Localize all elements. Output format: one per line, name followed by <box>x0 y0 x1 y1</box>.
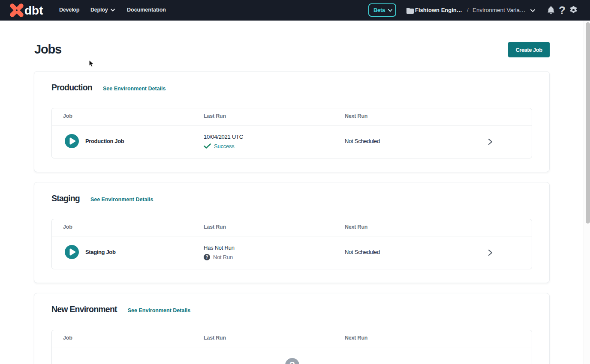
svg-text:?: ? <box>289 360 295 364</box>
svg-text:?: ? <box>205 255 208 260</box>
